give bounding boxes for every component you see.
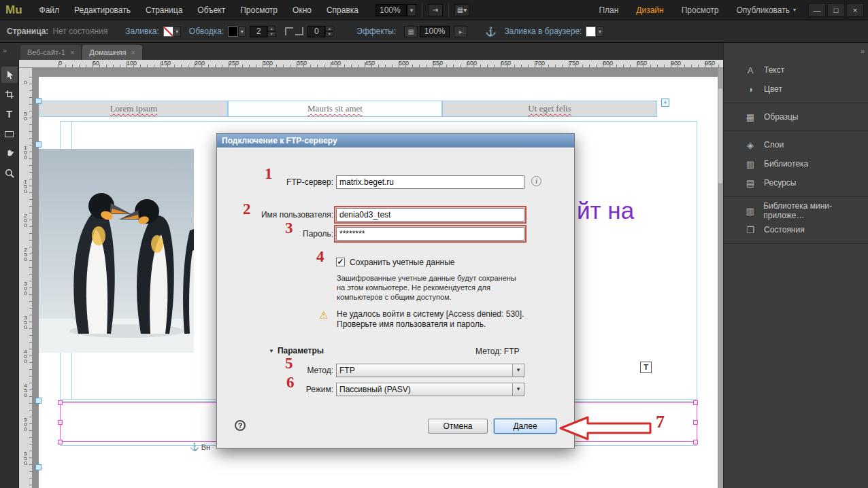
mode-design[interactable]: Дизайн <box>636 5 663 15</box>
page-edge-handle[interactable] <box>35 98 41 104</box>
panel-item[interactable]: ▤ Ресурсы <box>724 173 868 192</box>
scrollbar-thumb[interactable] <box>718 88 722 184</box>
parameters-expander[interactable]: ▼ Параметры <box>269 346 324 355</box>
save-credentials-label[interactable]: Сохранить учетные данные <box>350 258 454 267</box>
preview-page-icon[interactable]: ⇥ <box>428 4 443 16</box>
opacity-value[interactable]: 100% <box>420 26 450 37</box>
mode-dropdown[interactable]: Пассивный (PASV) ▾ <box>336 383 524 396</box>
nav-item-1[interactable]: Lorem ipsum <box>39 101 228 117</box>
fill-swatch[interactable] <box>163 27 173 37</box>
selection-handle[interactable] <box>58 400 63 405</box>
publish-dropdown-icon[interactable]: ▾ <box>793 7 796 13</box>
hand-tool[interactable] <box>1 145 18 162</box>
horizontal-ruler[interactable]: 0501001502002503003504004505005506006507… <box>19 60 723 68</box>
effects-label[interactable]: Эффекты: <box>356 27 396 36</box>
panel-collapse-icon[interactable]: » <box>861 47 863 55</box>
selection-handle[interactable] <box>693 400 698 405</box>
corner-radius-icon[interactable] <box>285 27 293 35</box>
panel-item[interactable]: ▥ Библиотека мини-приложе… <box>724 201 868 220</box>
mode-publish[interactable]: Опубликовать ▾ <box>737 5 796 15</box>
menu-item[interactable]: Справка <box>319 0 366 20</box>
screen-layout-icon[interactable]: ▦▾ <box>454 4 469 16</box>
opacity-more-icon[interactable]: ▸ <box>454 26 467 37</box>
page-edge-handle[interactable] <box>35 141 41 147</box>
stroke-swatch[interactable] <box>228 27 238 37</box>
stroke-width-stepper[interactable]: 2 ▴ ▾ <box>250 26 276 37</box>
pin-anchor-icon[interactable]: ⚓ <box>485 27 496 37</box>
corner-radius-value[interactable]: 0 <box>307 26 325 37</box>
help-icon[interactable]: ? <box>235 420 246 431</box>
close-icon[interactable]: × <box>846 3 864 17</box>
nav-item-2[interactable]: Mauris sit amet <box>228 101 442 117</box>
tools-collapse-icon[interactable]: » <box>3 46 5 54</box>
rectangle-tool[interactable] <box>1 126 18 142</box>
page-state-dropdown[interactable]: Нет состояния <box>52 27 107 36</box>
close-tab-icon[interactable]: × <box>131 48 135 56</box>
browser-fill-dropdown-icon[interactable]: ▾ <box>596 27 603 37</box>
cancel-button[interactable]: Отмена <box>428 419 488 434</box>
maximize-icon[interactable]: □ <box>827 3 845 17</box>
text-tool[interactable]: T <box>1 106 18 122</box>
selection-handle[interactable] <box>58 420 63 425</box>
panel-item[interactable]: ▦ Образцы <box>724 107 868 126</box>
info-icon[interactable]: i <box>531 176 541 186</box>
vertical-ruler[interactable]: 050100150200250300350400450500550 <box>19 68 33 488</box>
dropdown-arrow-icon[interactable]: ▾ <box>512 383 524 396</box>
next-button[interactable]: Далее <box>494 419 556 434</box>
menu-item[interactable]: Страница <box>138 0 190 20</box>
page-anchor-tag[interactable]: ⚓ Вн <box>190 442 210 451</box>
fill-dropdown-icon[interactable]: ▾ <box>173 27 181 37</box>
selection-handle[interactable] <box>58 440 63 445</box>
minimize-icon[interactable]: — <box>808 3 826 17</box>
effects-icon[interactable]: ▦ <box>404 26 418 37</box>
stroke-width-up-icon[interactable]: ▴ <box>267 26 276 31</box>
mode-preview[interactable]: Просмотр <box>682 5 719 15</box>
crop-tool[interactable] <box>1 86 18 103</box>
server-input[interactable]: matrix.beget.ru <box>336 175 524 189</box>
method-dropdown[interactable]: FTP ▾ <box>336 364 524 377</box>
panel-item[interactable]: A Текст <box>724 60 868 80</box>
selection-tool[interactable] <box>1 67 18 83</box>
browser-fill-label[interactable]: Заливка в браузере: <box>504 27 582 36</box>
selection-handle[interactable] <box>693 440 698 445</box>
panel-item[interactable]: ◈ Слои <box>724 135 868 154</box>
tab-home-page[interactable]: Домашняя × <box>82 45 142 60</box>
password-input[interactable]: ******** <box>336 227 524 241</box>
page-edge-handle[interactable] <box>35 398 41 404</box>
widget-options-handle[interactable]: + <box>661 99 669 107</box>
page-headline-text[interactable]: йт на <box>577 197 634 224</box>
zoom-value[interactable]: 100% <box>375 4 407 16</box>
stroke-width-value[interactable]: 2 <box>250 26 267 37</box>
menu-item[interactable]: Объект <box>190 0 233 20</box>
text-frame-indicator[interactable]: T <box>640 362 652 373</box>
penguins-image[interactable] <box>39 149 194 353</box>
panel-item[interactable]: ◑ Цвет <box>724 80 868 99</box>
zoom-dropdown-icon[interactable]: ▾ <box>407 4 416 16</box>
menu-item[interactable]: Редактировать <box>67 0 138 20</box>
dropdown-arrow-icon[interactable]: ▾ <box>512 364 524 377</box>
menu-item[interactable]: Просмотр <box>233 0 285 20</box>
stroke-dropdown-icon[interactable]: ▾ <box>238 27 246 37</box>
zoom-control[interactable]: 100% ▾ <box>375 4 416 16</box>
page-edge-handle[interactable] <box>35 464 41 470</box>
close-tab-icon[interactable]: × <box>70 48 74 56</box>
corner-radius-icon-2[interactable] <box>295 27 303 35</box>
corner-radius-stepper[interactable]: 0 ▴ ▾ <box>307 26 333 37</box>
stroke-label[interactable]: Обводка: <box>189 27 224 36</box>
save-credentials-checkbox[interactable]: ✓ <box>336 258 345 266</box>
stroke-width-down-icon[interactable]: ▾ <box>267 31 276 37</box>
browser-fill-swatch[interactable] <box>586 27 596 37</box>
corner-radius-up-icon[interactable]: ▴ <box>325 26 333 31</box>
menu-item[interactable]: Файл <box>32 0 67 20</box>
menu-item[interactable]: Окно <box>285 0 319 20</box>
zoom-tool[interactable] <box>1 165 18 181</box>
nav-item-3[interactable]: Ut eget felis <box>442 101 657 117</box>
fill-label[interactable]: Заливка: <box>125 27 159 36</box>
mode-plan[interactable]: План <box>599 5 618 15</box>
vertical-scrollbar[interactable] <box>718 68 723 488</box>
corner-radius-down-icon[interactable]: ▾ <box>325 31 333 37</box>
selection-handle[interactable] <box>693 420 698 425</box>
panel-item[interactable]: ▥ Библиотека <box>724 154 868 173</box>
username-input[interactable]: denia0d3_test <box>336 208 524 222</box>
tab-site[interactable]: Веб-сайт-1 × <box>20 45 81 60</box>
